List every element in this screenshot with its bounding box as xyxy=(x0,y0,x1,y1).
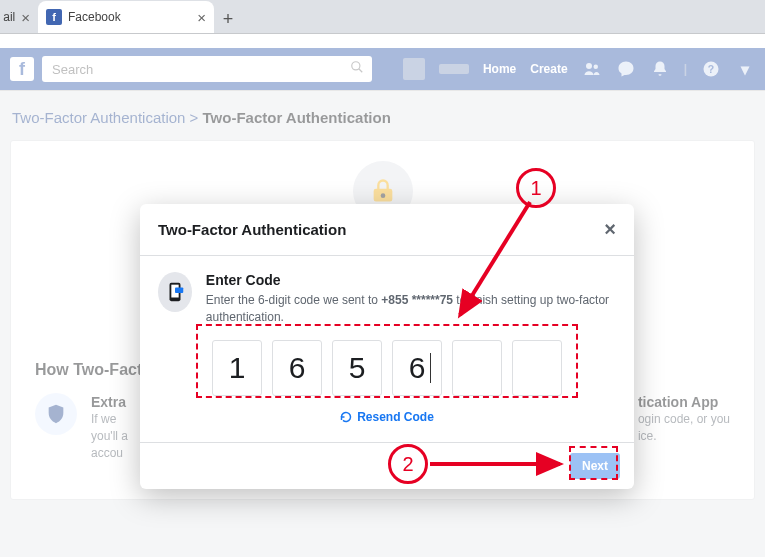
code-digit-1[interactable]: 1 xyxy=(212,340,262,396)
new-tab-button[interactable]: + xyxy=(214,5,242,33)
tab-label: Facebook xyxy=(68,10,121,24)
code-digit-4[interactable]: 6 xyxy=(392,340,442,396)
refresh-icon xyxy=(340,411,352,423)
code-digit-6[interactable] xyxy=(512,340,562,396)
close-icon[interactable]: × xyxy=(21,10,30,25)
code-input-group: 1 6 5 6 xyxy=(158,340,616,396)
modal-title: Two-Factor Authentication xyxy=(158,221,346,238)
browser-tabstrip: ail × f Facebook × + xyxy=(0,0,765,34)
tab-label: ail xyxy=(3,10,15,24)
code-digit-3[interactable]: 5 xyxy=(332,340,382,396)
browser-tab-facebook[interactable]: f Facebook × xyxy=(38,1,214,33)
code-digit-5[interactable] xyxy=(452,340,502,396)
two-factor-modal: Two-Factor Authentication × Enter Code E… xyxy=(140,204,634,489)
enter-code-heading: Enter Code xyxy=(206,272,616,288)
masked-phone: +855 ******75 xyxy=(381,293,453,307)
facebook-favicon-icon: f xyxy=(46,9,62,25)
phone-icon xyxy=(158,272,192,312)
resend-code-link[interactable]: Resend Code xyxy=(158,410,616,424)
browser-tab-prev[interactable]: ail × xyxy=(0,1,38,33)
svg-rect-9 xyxy=(175,287,183,293)
enter-code-subtext: Enter the 6-digit code we sent to +855 *… xyxy=(206,292,616,326)
modal-close-button[interactable]: × xyxy=(604,218,616,241)
browser-toolbar xyxy=(0,34,765,48)
code-digit-2[interactable]: 6 xyxy=(272,340,322,396)
close-icon[interactable]: × xyxy=(197,10,206,25)
next-button[interactable]: Next xyxy=(570,453,620,479)
